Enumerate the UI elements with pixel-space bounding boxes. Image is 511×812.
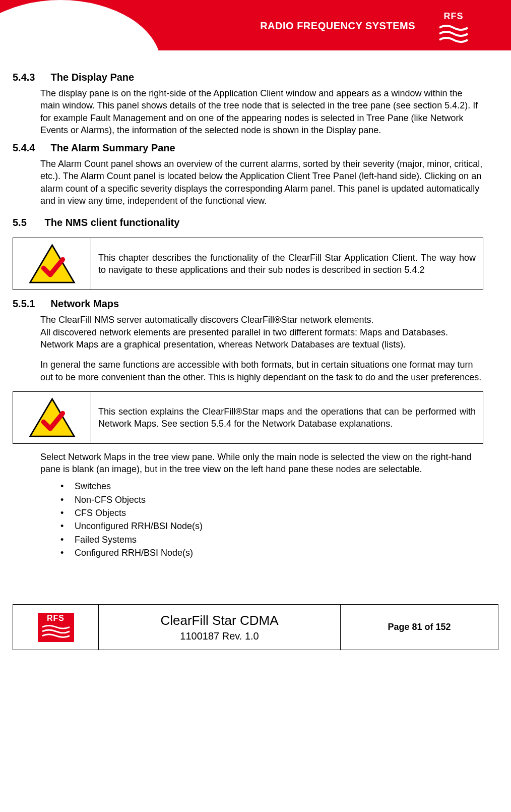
heading-5-4-4: 5.4.4 The Alarm Summary Pane [13, 141, 483, 155]
note-icon-cell [13, 391, 91, 443]
heading-title: The Alarm Summary Pane [51, 142, 175, 153]
page-number: Page 81 of 152 [346, 622, 493, 632]
footer-table: RFS ClearFill Star CDMA 1100187 Rev. 1.0… [13, 604, 498, 650]
paragraph: The ClearFill NMS server automatically d… [40, 314, 483, 351]
warning-check-icon [28, 397, 76, 438]
heading-number: 5.5 [13, 216, 42, 229]
list-item: Unconfigured RRH/BSI Node(s) [60, 520, 483, 532]
logo-text: RFS [444, 11, 464, 22]
rfs-logo: RFS [435, 9, 472, 45]
doc-title: ClearFill Star CDMA [104, 613, 335, 628]
heading-title: Network Maps [51, 298, 119, 309]
doc-revision: 1100187 Rev. 1.0 [104, 630, 335, 642]
heading-5-5-1: 5.5.1 Network Maps [13, 297, 483, 311]
note-box: This chapter describes the functionality… [13, 238, 483, 290]
page-content: 5.4.3 The Display Pane The display pane … [0, 55, 511, 574]
paragraph: Select Network Maps in the tree view pan… [40, 451, 483, 476]
heading-number: 5.4.3 [13, 71, 48, 84]
logo-waves-icon [41, 623, 71, 638]
svg-marker-1 [30, 399, 74, 436]
paragraph: The Alarm Count panel shows an overview … [40, 158, 483, 207]
paragraph: In general the same functions are access… [40, 359, 483, 383]
list-item: Switches [60, 480, 483, 492]
heading-title: The Display Pane [51, 72, 135, 83]
heading-number: 5.4.4 [13, 141, 48, 155]
list-item: Configured RRH/BSI Node(s) [60, 547, 483, 559]
page-footer: RFS ClearFill Star CDMA 1100187 Rev. 1.0… [0, 604, 511, 665]
page-header: RADIO FREQUENCY SYSTEMS RFS [0, 0, 511, 55]
list-item: CFS Objects [60, 507, 483, 519]
rfs-logo-small: RFS [38, 613, 74, 642]
logo-waves-icon [438, 23, 469, 43]
heading-title: The NMS client functionality [45, 217, 180, 228]
list-item: Failed Systems [60, 534, 483, 546]
heading-5-5: 5.5 The NMS client functionality [13, 216, 483, 229]
bullet-list: Switches Non-CFS Objects CFS Objects Unc… [60, 480, 483, 559]
note-text: This section explains the ClearFill®Star… [91, 391, 483, 443]
footer-logo-cell: RFS [13, 605, 99, 650]
logo-text: RFS [47, 614, 65, 623]
heading-number: 5.5.1 [13, 297, 48, 311]
heading-5-4-3: 5.4.3 The Display Pane [13, 71, 483, 84]
note-text: This chapter describes the functionality… [91, 238, 483, 290]
list-item: Non-CFS Objects [60, 494, 483, 506]
footer-page-cell: Page 81 of 152 [341, 605, 498, 650]
footer-title-cell: ClearFill Star CDMA 1100187 Rev. 1.0 [99, 605, 341, 650]
note-box: This section explains the ClearFill®Star… [13, 391, 483, 444]
warning-check-icon [28, 243, 76, 284]
header-red-background [0, 0, 511, 50]
brand-name: RADIO FREQUENCY SYSTEMS [260, 20, 415, 32]
svg-marker-0 [30, 245, 74, 282]
paragraph: The display pane is on the right-side of… [40, 87, 483, 136]
note-icon-cell [13, 238, 91, 290]
